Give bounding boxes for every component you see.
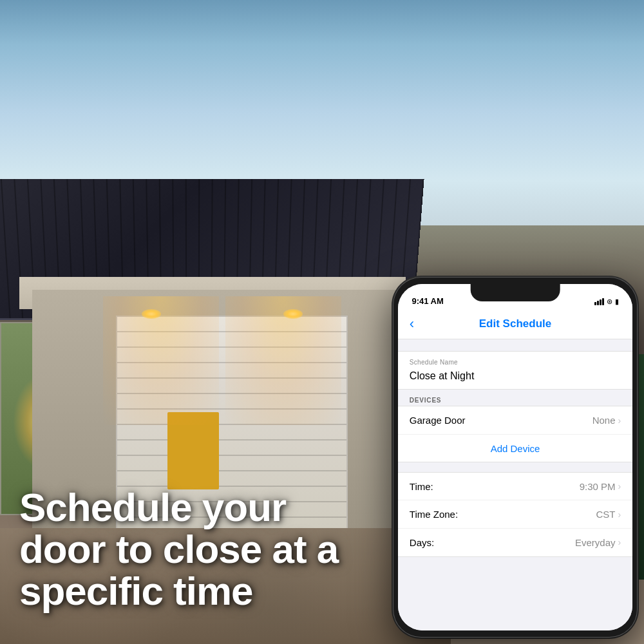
garage-door-value: None bbox=[592, 415, 616, 426]
days-row[interactable]: Days: Everyday › bbox=[398, 529, 633, 556]
garage-door-label: Garage Door bbox=[410, 415, 466, 426]
garage-door-right: None › bbox=[592, 415, 621, 426]
top-spacer bbox=[398, 339, 633, 351]
time-section: Time: 9:30 PM › Time Zone: CST › bbox=[398, 472, 633, 557]
signal-icon bbox=[594, 298, 604, 305]
timezone-chevron-icon: › bbox=[618, 509, 621, 520]
status-time: 9:41 AM bbox=[412, 296, 443, 306]
schedule-name-label: Schedule Name bbox=[410, 359, 621, 366]
wifi-icon: ⊛ bbox=[607, 298, 612, 306]
phone-device: 9:41 AM ⊛ ▮ ‹ Edit Schedule bbox=[393, 277, 638, 638]
garage-object bbox=[167, 412, 219, 489]
timezone-label: Time Zone: bbox=[410, 509, 458, 520]
garage-door-row[interactable]: Garage Door None › bbox=[398, 406, 633, 435]
content-area: Schedule Name Close at Night DEVICES Gar… bbox=[398, 339, 633, 630]
time-label: Time: bbox=[410, 481, 433, 492]
phone-screen: 9:41 AM ⊛ ▮ ‹ Edit Schedule bbox=[398, 284, 633, 630]
schedule-name-section: Schedule Name Close at Night bbox=[398, 351, 633, 389]
chevron-icon: › bbox=[618, 415, 621, 426]
timezone-value: CST bbox=[596, 509, 616, 520]
timezone-right: CST › bbox=[596, 509, 621, 520]
time-right: 9:30 PM › bbox=[580, 481, 621, 492]
devices-list: Garage Door None › Add Device bbox=[398, 406, 633, 462]
days-label: Days: bbox=[410, 537, 434, 548]
garage-light-right bbox=[283, 309, 303, 319]
garage-light-left bbox=[142, 309, 161, 319]
phone-notch bbox=[471, 284, 560, 301]
nav-bar: ‹ Edit Schedule bbox=[398, 308, 633, 339]
time-chevron-icon: › bbox=[618, 481, 621, 491]
headline: Schedule your door to close at a specifi… bbox=[19, 486, 354, 612]
time-row[interactable]: Time: 9:30 PM › bbox=[398, 473, 633, 501]
days-value: Everyday bbox=[575, 537, 616, 548]
days-right: Everyday › bbox=[575, 537, 621, 548]
status-icons: ⊛ ▮ bbox=[594, 298, 619, 306]
battery-icon: ▮ bbox=[615, 298, 619, 306]
back-button[interactable]: ‹ bbox=[410, 316, 414, 332]
days-chevron-icon: › bbox=[618, 537, 621, 547]
signal-bar-4 bbox=[602, 298, 604, 305]
signal-bar-2 bbox=[597, 301, 599, 305]
signal-bar-1 bbox=[594, 302, 596, 305]
signal-bar-3 bbox=[600, 299, 601, 305]
devices-section-header: DEVICES bbox=[398, 390, 633, 406]
bottom-fade bbox=[398, 607, 633, 630]
add-device-row[interactable]: Add Device bbox=[398, 435, 633, 462]
timezone-row[interactable]: Time Zone: CST › bbox=[398, 500, 633, 529]
schedule-name-value[interactable]: Close at Night bbox=[410, 370, 621, 382]
add-device-button[interactable]: Add Device bbox=[491, 443, 540, 454]
phone-wrapper: 9:41 AM ⊛ ▮ ‹ Edit Schedule bbox=[393, 277, 638, 638]
time-list: Time: 9:30 PM › Time Zone: CST › bbox=[398, 472, 633, 557]
nav-title: Edit Schedule bbox=[479, 317, 551, 330]
time-value: 9:30 PM bbox=[580, 481, 616, 492]
marketing-text-block: Schedule your door to close at a specifi… bbox=[19, 486, 354, 612]
